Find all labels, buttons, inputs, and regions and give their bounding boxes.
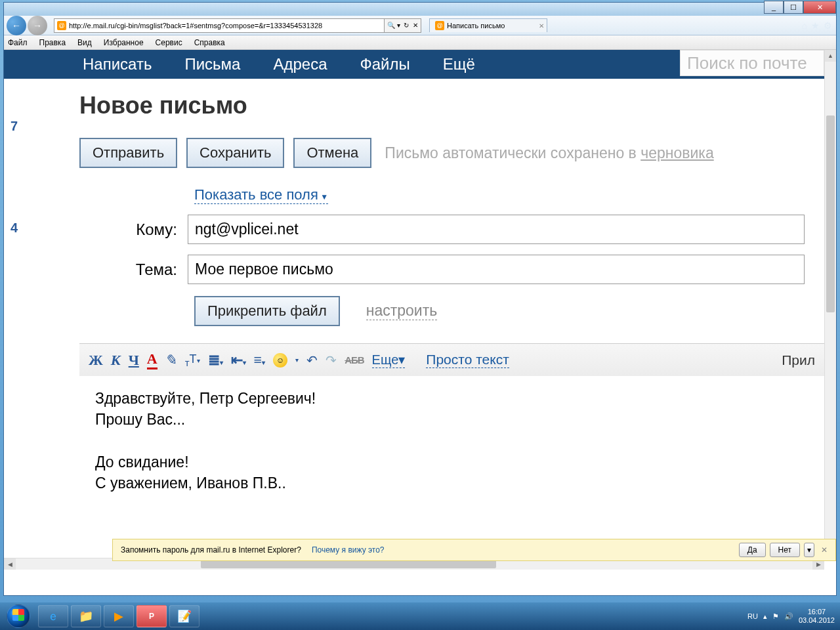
windows-taskbar: ｅ 📁 ▶ P 📝 RU ▴ ⚑ 🔊 16:07 03.04.2012 [0, 602, 840, 630]
to-label-link[interactable]: Кому: [136, 220, 177, 238]
more-formatting-link[interactable]: Еще▾ [372, 352, 406, 368]
taskbar-powerpoint[interactable]: P [136, 605, 167, 627]
password-save-infobar: Запомнить пароль для mail.ru в Internet … [112, 539, 836, 561]
menu-favorites[interactable]: Избранное [104, 38, 144, 47]
font-size-button[interactable]: тT▾ [185, 352, 200, 368]
tray-volume-icon[interactable]: 🔊 [784, 612, 793, 621]
infobar-text: Запомнить пароль для mail.ru в Internet … [121, 545, 301, 555]
attach-file-button[interactable]: Прикрепить файл [194, 296, 340, 326]
infobar-yes-button[interactable]: Да [739, 543, 766, 557]
menu-view[interactable]: Вид [77, 38, 92, 47]
scroll-up-icon[interactable]: ▲ [825, 50, 836, 62]
emoji-button[interactable]: ☺ [273, 353, 287, 368]
vertical-scrollbar[interactable]: ▲ ▼ [824, 50, 836, 558]
infobar-no-button[interactable]: Нет [770, 543, 800, 557]
plain-text-link[interactable]: Просто текст [426, 352, 509, 368]
home-icon[interactable]: ⌂ [802, 20, 807, 31]
window-minimize-button[interactable] [764, 1, 784, 14]
cancel-button[interactable]: Отмена [293, 138, 371, 168]
tray-lang[interactable]: RU [747, 612, 758, 620]
text-color-button[interactable]: A [147, 350, 158, 369]
drafts-link[interactable]: черновика [640, 144, 714, 161]
favicon-icon: @ [57, 21, 66, 30]
menu-edit[interactable]: Правка [39, 38, 66, 47]
bold-button[interactable]: Ж [89, 352, 103, 369]
tray-flag-icon[interactable]: ⚑ [772, 612, 779, 621]
tab-title: Написать письмо [447, 22, 505, 30]
infobar-dropdown-button[interactable]: ▾ [804, 543, 814, 557]
nav-letters[interactable]: Письма [184, 55, 240, 74]
scroll-left-icon[interactable]: ◀ [4, 558, 16, 570]
browser-tab[interactable]: @ Написать письмо ✕ [429, 18, 547, 32]
browser-menubar: Файл Правка Вид Избранное Сервис Справка [4, 35, 836, 50]
highlight-button[interactable]: ✎ [163, 352, 179, 369]
to-input[interactable]: ngt@vplicei.net [188, 215, 805, 244]
scroll-thumb[interactable] [826, 116, 835, 312]
taskbar-ie[interactable]: ｅ [38, 605, 68, 627]
undo-button[interactable]: ↶ [306, 352, 318, 368]
window-titlebar [4, 3, 836, 16]
redo-button[interactable]: ↷ [326, 352, 337, 368]
taskbar-explorer[interactable]: 📁 [71, 605, 101, 627]
url-controls[interactable]: 🔍 ▾ ↻ ✕ [385, 18, 421, 33]
page-content: Написать Письма Адреса Файлы Ещё Поиск п… [4, 50, 824, 558]
favorites-icon[interactable]: ★ [811, 20, 820, 31]
toolbar-right-label: Прил [782, 352, 815, 368]
richtext-toolbar: Ж К Ч A ✎ тT▾ ≣▾ ⇤▾ ≡▾ ☺▾ ↶ ↷ АБВ Еще▾ П… [79, 343, 824, 376]
favicon-icon: @ [435, 21, 444, 30]
strikethrough-button[interactable]: АБВ [345, 354, 364, 366]
sidebar-count-2: 4 [10, 220, 18, 236]
address-bar[interactable]: @ http://e.mail.ru/cgi-bin/msglist?back=… [54, 18, 385, 33]
taskbar-mediaplayer[interactable]: ▶ [104, 605, 134, 627]
align-button[interactable]: ≣▾ [208, 352, 223, 369]
body-line: Прошу Вас... [95, 409, 808, 430]
tab-close-icon[interactable]: ✕ [539, 22, 544, 30]
show-all-fields-link[interactable]: Показать все поля [194, 186, 328, 204]
forward-button[interactable]: → [28, 16, 47, 35]
window-maximize-button[interactable] [784, 1, 803, 14]
message-body-editor[interactable]: Здравствуйте, Петр Сергеевич! Прошу Вас.… [79, 376, 824, 505]
mail-top-nav: Написать Письма Адреса Файлы Ещё Поиск п… [4, 50, 824, 79]
nav-files[interactable]: Файлы [360, 55, 410, 74]
back-button[interactable]: ← [7, 16, 26, 35]
italic-button[interactable]: К [111, 352, 121, 369]
menu-file[interactable]: Файл [8, 38, 28, 47]
window-close-button[interactable] [803, 1, 836, 14]
mail-search-input[interactable]: Поиск по почте [680, 50, 824, 76]
tray-up-icon[interactable]: ▴ [763, 612, 767, 621]
windows-orb-icon [7, 604, 30, 628]
body-line: До свидание! [95, 452, 808, 472]
browser-navbar: ← → @ http://e.mail.ru/cgi-bin/msglist?b… [4, 16, 836, 35]
menu-service[interactable]: Сервис [156, 38, 182, 47]
save-button[interactable]: Сохранить [186, 138, 284, 168]
tools-icon[interactable]: ⚙ [824, 20, 832, 31]
url-text: http://e.mail.ru/cgi-bin/msglist?back=1#… [69, 22, 322, 30]
underline-button[interactable]: Ч [129, 352, 139, 369]
menu-help[interactable]: Справка [194, 38, 225, 47]
sidebar-count-1: 7 [10, 119, 18, 134]
indent-button[interactable]: ⇤▾ [231, 352, 246, 369]
tray-clock[interactable]: 16:07 03.04.2012 [799, 608, 835, 625]
page-title: Новое письмо [79, 92, 824, 119]
list-button[interactable]: ≡▾ [254, 352, 266, 369]
body-line: Здравствуйте, Петр Сергеевич! [95, 388, 808, 409]
subject-label: Тема: [79, 261, 188, 279]
configure-link[interactable]: настроить [366, 302, 437, 320]
nav-more[interactable]: Ещё [443, 55, 475, 74]
infobar-why-link[interactable]: Почему я вижу это? [312, 545, 385, 555]
start-button[interactable] [0, 602, 37, 630]
nav-contacts[interactable]: Адреса [273, 55, 327, 74]
subject-input[interactable]: Мое первое письмо [188, 255, 805, 284]
autosave-hint: Письмо автоматически сохранено в чернови… [385, 144, 713, 162]
infobar-close-icon[interactable]: ✕ [821, 545, 828, 555]
body-line: С уважением, Иванов П.В.. [95, 472, 808, 494]
taskbar-notepad[interactable]: 📝 [169, 605, 200, 627]
send-button[interactable]: Отправить [79, 138, 177, 168]
nav-compose[interactable]: Написать [83, 55, 152, 74]
